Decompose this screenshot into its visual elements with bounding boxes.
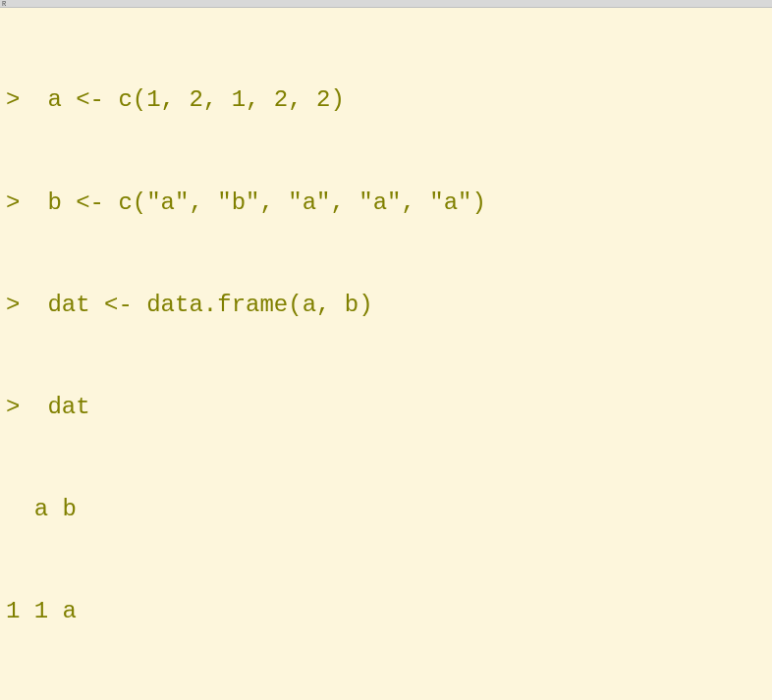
code-text: a <- c(1, 2, 1, 2, 2)	[33, 83, 345, 118]
code-text: dat	[33, 391, 90, 425]
titlebar-text: R	[2, 0, 6, 8]
console-line: > a <- c(1, 2, 1, 2, 2)	[6, 84, 766, 119]
code-text: dat <- data.frame(a, b)	[33, 289, 373, 323]
prompt: >	[6, 83, 33, 118]
prompt: >	[6, 289, 33, 323]
console-line: > dat <- data.frame(a, b)	[6, 289, 766, 323]
console-output: 1 1 a	[6, 595, 766, 629]
prompt: >	[6, 391, 33, 425]
prompt: >	[6, 187, 33, 221]
code-text: b <- c("a", "b", "a", "a", "a")	[33, 187, 486, 221]
output-text: a b	[6, 493, 77, 527]
console-line: > dat	[6, 391, 766, 425]
console-line: > b <- c("a", "b", "a", "a", "a")	[6, 187, 766, 221]
r-console[interactable]: > a <- c(1, 2, 1, 2, 2) > b <- c("a", "b…	[0, 8, 772, 700]
console-output: a b	[6, 493, 766, 527]
window-titlebar: R	[0, 0, 772, 8]
output-text: 1 1 a	[6, 595, 77, 629]
